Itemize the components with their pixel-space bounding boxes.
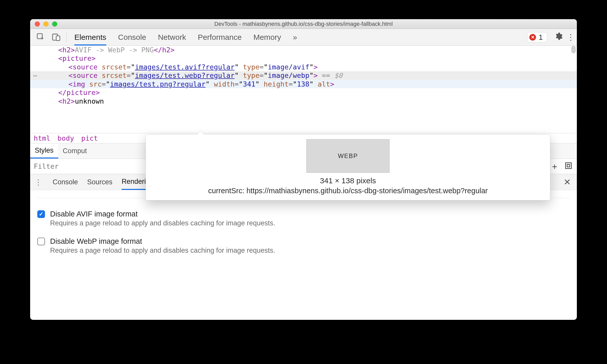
dom-h2-open[interactable]: <h2>unknown — [30, 97, 577, 105]
svg-rect-3 — [566, 163, 571, 168]
tabs-overflow-icon[interactable]: » — [293, 33, 297, 42]
drawer-tab-sources[interactable]: Sources — [87, 174, 112, 190]
computed-toggle-icon[interactable] — [565, 162, 572, 171]
subtab-computed[interactable]: Comput — [58, 143, 92, 159]
dom-picture-open[interactable]: <picture> — [30, 54, 577, 63]
more-menu-icon[interactable]: ⋮ — [565, 32, 577, 42]
dom-line-cut[interactable]: <h2>AVIF -> WebP -> PNG</h2> — [30, 46, 577, 54]
new-style-rule-button[interactable]: ＋ — [550, 161, 559, 172]
dom-source-webp[interactable]: <source srcset="images/test.webp?regular… — [30, 71, 577, 80]
styles-filter-input[interactable] — [30, 162, 97, 170]
scrollbar[interactable] — [571, 46, 576, 53]
checkbox-disable-avif[interactable]: ✓ — [37, 210, 45, 218]
toolbar-divider — [66, 32, 67, 43]
option-title: Disable WebP image format — [50, 237, 275, 246]
image-preview: WEBP — [306, 139, 390, 173]
drawer-more-icon[interactable]: ⋮ — [33, 178, 43, 187]
drawer-close-icon[interactable]: ✕ — [564, 177, 571, 187]
titlebar: DevTools - mathiasbynens.github.io/css-d… — [30, 19, 577, 29]
svg-rect-2 — [56, 36, 60, 40]
minimize-window-button[interactable] — [43, 21, 49, 27]
tab-performance[interactable]: Performance — [198, 29, 242, 45]
option-desc: Requires a page reload to apply and disa… — [50, 219, 275, 228]
svg-rect-4 — [567, 164, 570, 167]
elements-panel[interactable]: <h2>AVIF -> WebP -> PNG</h2> <picture> <… — [30, 46, 577, 133]
rendering-panel: ✓ Disable AVIF image format Requires a p… — [30, 190, 577, 266]
panel-tabs: Elements Console Network Performance Mem… — [69, 29, 302, 45]
crumb-picture[interactable]: pict — [81, 134, 98, 142]
image-current-src: currentSrc: https://mathiasbynens.github… — [153, 187, 543, 195]
image-preview-tooltip: WEBP 341 × 138 pixels currentSrc: https:… — [146, 134, 550, 200]
tab-console[interactable]: Console — [118, 29, 146, 45]
subtab-styles[interactable]: Styles — [30, 143, 58, 159]
close-window-button[interactable] — [35, 21, 40, 27]
devtools-window: DevTools - mathiasbynens.github.io/css-d… — [30, 19, 577, 320]
crumb-body[interactable]: body — [57, 134, 74, 142]
tab-memory[interactable]: Memory — [253, 29, 281, 45]
dom-img[interactable]: <img src="images/test.png?regular" width… — [30, 80, 577, 88]
error-icon: ✕ — [529, 34, 536, 41]
zoom-window-button[interactable] — [52, 21, 57, 27]
toggle-device-icon[interactable] — [49, 33, 64, 42]
option-title: Disable AVIF image format — [50, 209, 275, 219]
crumb-html[interactable]: html — [34, 134, 50, 142]
main-toolbar: Elements Console Network Performance Mem… — [30, 29, 577, 46]
window-title: DevTools - mathiasbynens.github.io/css-d… — [30, 21, 577, 27]
window-controls — [30, 21, 57, 27]
dom-picture-close[interactable]: </picture> — [30, 88, 577, 97]
image-dimensions: 341 × 138 pixels — [153, 176, 543, 185]
inspect-element-icon[interactable] — [33, 33, 49, 42]
error-counter[interactable]: ✕ 1 — [527, 32, 547, 42]
option-disable-webp: Disable WebP image format Requires a pag… — [37, 237, 570, 255]
option-disable-avif: ✓ Disable AVIF image format Requires a p… — [37, 209, 570, 228]
checkbox-disable-webp[interactable] — [37, 238, 45, 245]
tab-network[interactable]: Network — [158, 29, 186, 45]
tab-elements[interactable]: Elements — [74, 29, 106, 45]
dom-source-avif[interactable]: <source srcset="images/test.avif?regular… — [30, 63, 577, 71]
option-desc: Requires a page reload to apply and disa… — [50, 246, 275, 255]
error-count-value: 1 — [539, 33, 543, 42]
settings-gear-icon[interactable] — [552, 32, 565, 43]
drawer-tab-console[interactable]: Console — [53, 174, 78, 190]
